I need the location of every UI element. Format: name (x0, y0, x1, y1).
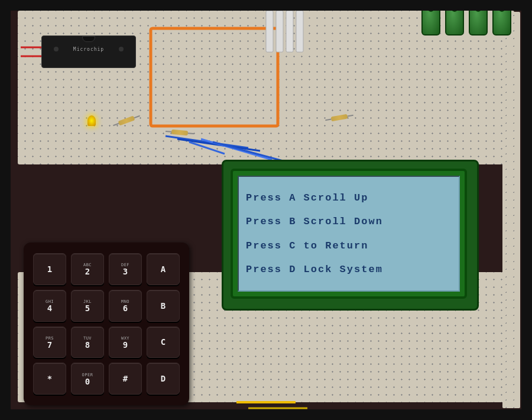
ic-pin-marker-2 (119, 47, 124, 51)
led-indicator (87, 115, 96, 126)
knob-4 (492, 3, 511, 35)
ic-pin-marker (54, 47, 59, 51)
key-6[interactable]: MNO 6 (109, 290, 142, 322)
lcd-line-3: Press C to Return (246, 240, 452, 251)
key-5[interactable]: JKL 5 (71, 290, 104, 322)
key-d[interactable]: D (147, 363, 180, 395)
key-3[interactable]: DEF 3 (109, 253, 142, 285)
key-4[interactable]: GHI 4 (33, 290, 66, 322)
key-hash[interactable]: # (109, 363, 142, 395)
breadboard-right-strip (502, 12, 520, 408)
ic-chip: Microchip (41, 35, 136, 68)
key-7[interactable]: PRS 7 (33, 327, 66, 358)
keypad-grid: 1 ABC 2 DEF 3 A GHI 4 JKL 5 M (33, 253, 180, 395)
breadboard-right-holes (502, 12, 520, 408)
lcd-display: Press A Scroll Up Press B Scroll Down Pr… (231, 169, 467, 299)
knob-1 (421, 3, 440, 35)
knob-3 (469, 3, 488, 35)
lcd-line-4: Press D Lock System (246, 264, 452, 275)
lcd-line-2: Press B Scroll Down (246, 216, 452, 227)
key-a[interactable]: A (147, 253, 180, 285)
key-8[interactable]: TUV 8 (71, 327, 104, 358)
knob-2 (445, 3, 464, 35)
connector-knobs (421, 3, 511, 35)
key-0[interactable]: OPER 0 (71, 363, 104, 395)
key-star[interactable]: * (33, 363, 66, 395)
key-b[interactable]: B (147, 290, 180, 322)
scene: Microchip Press A Scroll Up Press B Scro… (0, 0, 532, 420)
key-2[interactable]: ABC 2 (71, 253, 104, 285)
lcd-line-1: Press A Scroll Up (246, 192, 452, 203)
keypad: 1 ABC 2 DEF 3 A GHI 4 JKL 5 M (24, 243, 189, 405)
lcd-screen: Press A Scroll Up Press B Scroll Down Pr… (238, 176, 460, 292)
key-9[interactable]: WXY 9 (109, 327, 142, 358)
key-1[interactable]: 1 (33, 253, 66, 285)
key-c[interactable]: C (147, 327, 180, 358)
